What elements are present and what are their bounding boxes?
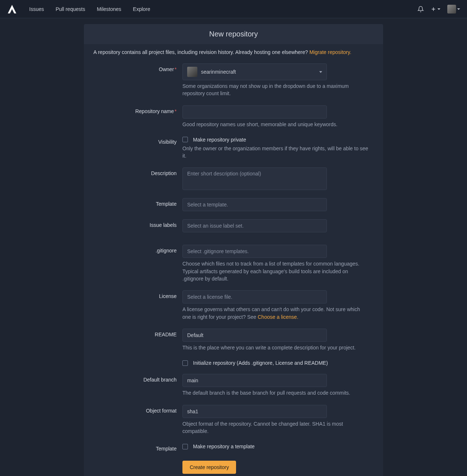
gitignore-dropdown[interactable]: Select .gitignore templates. (182, 245, 327, 258)
user-menu[interactable] (447, 5, 460, 13)
migrate-link[interactable]: Migrate repository. (309, 49, 351, 55)
license-dropdown[interactable]: Select a license file. (182, 290, 327, 303)
nav-pull-requests[interactable]: Pull requests (50, 3, 90, 15)
row-license: License Select a license file. A license… (93, 286, 374, 325)
license-help: A license governs what others can and ca… (182, 306, 368, 321)
chevron-down-icon (457, 6, 460, 12)
label-gitignore: .gitignore (93, 245, 182, 254)
repo-name-input[interactable] (182, 105, 327, 119)
owner-help: Some organizations may not show up in th… (182, 82, 368, 97)
label-owner-text: Owner (159, 66, 174, 72)
row-readme: README Default This is the place where y… (93, 325, 374, 355)
readme-help: This is the place where you can write a … (182, 344, 368, 351)
field-owner: searinminecraft Some organizations may n… (182, 63, 372, 97)
row-repo-name: Repository name* Good repository names u… (93, 101, 374, 132)
owner-avatar (187, 67, 197, 77)
choose-license-link[interactable]: Choose a license. (258, 314, 298, 320)
notifications-icon[interactable] (417, 6, 424, 12)
field-license: Select a license file. A license governs… (182, 290, 372, 321)
label-template-select: Template (93, 198, 182, 207)
object-format-value: sha1 (187, 409, 198, 414)
new-repo-form: Owner* searinminecraft Some organization… (84, 58, 383, 476)
site-logo[interactable] (7, 4, 18, 15)
label-template-repo: Template (93, 443, 182, 452)
field-readme: Default This is the place where you can … (182, 329, 372, 351)
create-menu[interactable] (431, 6, 441, 12)
label-object-format: Object format (93, 405, 182, 414)
owner-selected: searinminecraft (201, 69, 236, 75)
field-submit: Create repository (182, 461, 372, 474)
navbar-left: Issues Pull requests Milestones Explore (7, 3, 155, 15)
init-repo-checkbox-label[interactable]: Initialize repository (Adds .gitignore, … (193, 360, 328, 366)
object-format-dropdown[interactable]: sha1 (182, 405, 327, 418)
row-submit: Create repository (93, 456, 374, 476)
field-init-repo: Initialize repository (Adds .gitignore, … (182, 359, 372, 366)
visibility-checkbox-row: Make repository private (182, 136, 372, 143)
default-branch-help: The default branch is the base branch fo… (182, 389, 368, 396)
row-visibility: Visibility Make repository private Only … (93, 132, 374, 164)
form-container: New repository A repository contains all… (84, 24, 383, 476)
field-template-repo: Make repository a template (182, 443, 372, 449)
private-checkbox-label[interactable]: Make repository private (193, 137, 246, 143)
required-marker: * (175, 108, 177, 114)
label-repo-name-text: Repository name (135, 108, 174, 114)
intro-body: A repository contains all project files,… (93, 49, 309, 55)
repo-name-help: Good repository names use short, memorab… (182, 121, 368, 128)
gitignore-placeholder: Select .gitignore templates. (187, 248, 249, 254)
page-title: New repository (84, 24, 383, 44)
field-default-branch: main The default branch is the base bran… (182, 374, 372, 396)
nav-milestones[interactable]: Milestones (92, 3, 126, 15)
license-placeholder: Select a license file. (187, 294, 232, 300)
intro-text: A repository contains all project files,… (84, 44, 383, 58)
object-format-help: Object format of the repository. Cannot … (182, 420, 368, 435)
row-issue-labels: Issue labels Select an issue label set. (93, 215, 374, 236)
required-marker: * (175, 66, 177, 72)
field-template-select: Select a template. (182, 198, 372, 211)
template-repo-checkbox[interactable] (182, 444, 188, 449)
row-template-select: Template Select a template. (93, 194, 374, 215)
description-input[interactable]: Enter short description (optional) (182, 167, 327, 190)
label-visibility: Visibility (93, 136, 182, 145)
navbar-right (417, 5, 460, 13)
row-template-repo: Template Make repository a template (93, 439, 374, 456)
issue-labels-dropdown[interactable]: Select an issue label set. (182, 219, 327, 232)
nav-explore[interactable]: Explore (128, 3, 155, 15)
field-issue-labels: Select an issue label set. (182, 219, 372, 232)
field-repo-name: Good repository names use short, memorab… (182, 105, 372, 128)
label-default-branch: Default branch (93, 374, 182, 383)
readme-dropdown[interactable]: Default (182, 329, 327, 342)
label-issue-labels: Issue labels (93, 219, 182, 228)
field-gitignore: Select .gitignore templates. Choose whic… (182, 245, 372, 282)
template-repo-checkbox-row: Make repository a template (182, 443, 372, 449)
row-owner: Owner* searinminecraft Some organization… (93, 59, 374, 101)
chevron-down-icon (319, 71, 322, 73)
navbar: Issues Pull requests Milestones Explore (0, 0, 467, 18)
label-owner: Owner* (93, 63, 182, 72)
label-description: Description (93, 167, 182, 176)
label-license: License (93, 290, 182, 299)
visibility-help: Only the owner or the organization membe… (182, 145, 368, 160)
default-branch-input[interactable]: main (182, 374, 327, 387)
template-dropdown[interactable]: Select a template. (182, 198, 327, 211)
nav-issues[interactable]: Issues (24, 3, 49, 15)
template-repo-checkbox-label[interactable]: Make repository a template (193, 444, 255, 449)
label-repo-name: Repository name* (93, 105, 182, 114)
issue-labels-placeholder: Select an issue label set. (187, 223, 244, 229)
label-submit (93, 461, 182, 464)
owner-dropdown[interactable]: searinminecraft (182, 63, 327, 80)
label-init-repo (93, 359, 182, 362)
description-placeholder: Enter short description (optional) (187, 171, 261, 177)
field-visibility: Make repository private Only the owner o… (182, 136, 372, 160)
readme-value: Default (187, 332, 203, 338)
init-repo-checkbox[interactable] (182, 360, 188, 366)
row-init-repo: Initialize repository (Adds .gitignore, … (93, 355, 374, 370)
row-gitignore: .gitignore Select .gitignore templates. … (93, 241, 374, 286)
row-description: Description Enter short description (opt… (93, 163, 374, 194)
label-readme: README (93, 329, 182, 337)
private-checkbox[interactable] (182, 137, 188, 142)
create-repository-button[interactable]: Create repository (182, 461, 236, 474)
gitignore-help: Choose which files not to track from a l… (182, 260, 368, 282)
init-repo-checkbox-row: Initialize repository (Adds .gitignore, … (182, 359, 372, 366)
field-object-format: sha1 Object format of the repository. Ca… (182, 405, 372, 435)
template-placeholder: Select a template. (187, 202, 228, 208)
